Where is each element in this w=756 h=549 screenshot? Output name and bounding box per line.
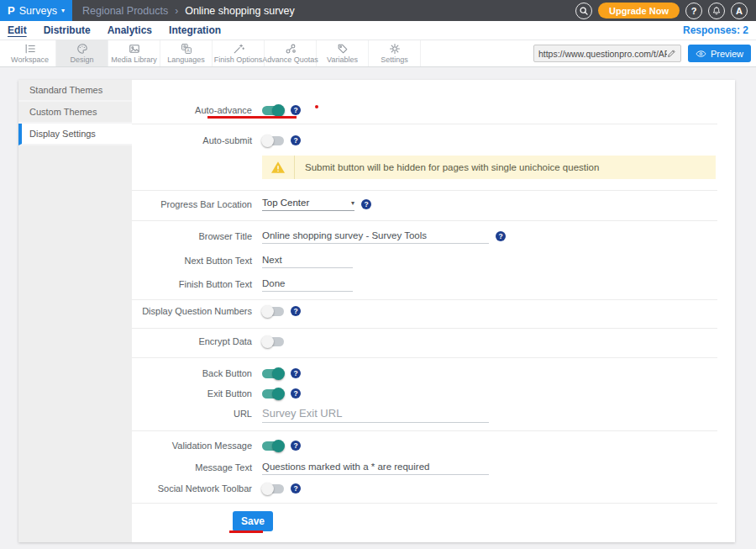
setting-row-browser-title: Browser Title ?: [132, 226, 717, 246]
advance-quotas-links-icon: [285, 43, 297, 55]
setting-row-message-text: Message Text: [132, 457, 717, 478]
help-icon[interactable]: ?: [291, 105, 301, 115]
encrypt-data-toggle[interactable]: [262, 337, 284, 346]
toolbar-item-media-library[interactable]: Media Library: [108, 40, 160, 66]
message-text-input[interactable]: [262, 460, 489, 475]
help-icon[interactable]: ?: [291, 483, 301, 494]
tab-integration[interactable]: Integration: [169, 24, 221, 36]
warning-text: Submit button will be hidden for pages w…: [294, 156, 599, 179]
toggle-knob: [261, 135, 274, 147]
setting-row-exit-button: Exit Button ?: [132, 383, 717, 404]
avatar[interactable]: A: [731, 3, 748, 19]
edit-pencil-icon[interactable]: [667, 49, 676, 58]
display-question-numbers-toggle[interactable]: [262, 307, 284, 316]
progress-bar-location-label: Progress Bar Location: [132, 199, 252, 209]
design-palette-icon: [76, 43, 88, 55]
upgrade-now-button[interactable]: Upgrade Now: [598, 3, 680, 18]
exit-button-label: Exit Button: [132, 388, 252, 399]
sidebar-item-label: Standard Themes: [29, 85, 102, 95]
social-network-toolbar-toggle[interactable]: [262, 484, 284, 494]
browser-title-label: Browser Title: [132, 231, 252, 241]
help-icon[interactable]: ?: [291, 368, 301, 378]
setting-row-encrypt-data: Encrypt Data: [132, 331, 717, 351]
back-button-label: Back Button: [132, 368, 252, 378]
auto-advance-toggle[interactable]: [262, 106, 284, 115]
top-header: P Surveys ▾ Regional Products › Online s…: [0, 0, 756, 21]
annotation-dot: [315, 105, 318, 108]
row-divider: [132, 357, 717, 358]
help-icon[interactable]: ?: [291, 388, 301, 399]
languages-icon: A: [181, 43, 192, 55]
toolbar-item-label: Finish Options: [214, 55, 263, 64]
workspace-icon: [24, 43, 36, 55]
back-button-toggle[interactable]: [262, 369, 284, 378]
tab-analytics[interactable]: Analytics: [108, 24, 152, 36]
breadcrumb-parent[interactable]: Regional Products: [82, 5, 168, 17]
toolbar-item-settings[interactable]: Settings: [369, 40, 421, 66]
toggle-knob: [261, 335, 274, 348]
annotation-underline-auto-advance: [207, 116, 297, 119]
toolbar-item-finish-options[interactable]: Finish Options: [213, 40, 265, 66]
browser-title-input[interactable]: [262, 229, 489, 244]
questionpro-app: P Surveys ▾ Regional Products › Online s…: [0, 0, 756, 549]
share-url-text: https://www.questionpro.com/t/APNrFZ: [538, 49, 667, 59]
toolbar-item-label: Advance Quotas: [262, 55, 318, 64]
toolbar-item-label: Variables: [327, 55, 358, 64]
toolbar-item-advance-quotas[interactable]: Advance Quotas: [265, 40, 317, 66]
avatar-letter: A: [736, 6, 743, 16]
toggle-knob: [261, 483, 274, 495]
finish-button-text-label: Finish Button Text: [132, 279, 252, 289]
responses-count[interactable]: Responses: 2: [683, 24, 748, 36]
warning-triangle-icon: [262, 161, 294, 174]
help-icon[interactable]: ?: [291, 306, 301, 316]
exit-url-label: URL: [132, 409, 252, 419]
toolbar-item-label: Workspace: [11, 55, 49, 64]
next-button-text-input[interactable]: [262, 253, 353, 268]
help-button[interactable]: ?: [685, 3, 702, 19]
setting-row-finish-button-text: Finish Button Text: [132, 274, 717, 294]
toolbar-item-design[interactable]: Design: [56, 40, 108, 66]
sidebar-item-standard-themes[interactable]: Standard Themes: [18, 80, 132, 102]
help-icon[interactable]: ?: [361, 199, 371, 209]
help-icon[interactable]: ?: [291, 441, 301, 451]
auto-submit-toggle[interactable]: [262, 136, 284, 145]
finish-button-text-input[interactable]: [262, 277, 353, 292]
progress-bar-location-select[interactable]: Top Center ▾: [262, 198, 354, 211]
exit-url-input[interactable]: [262, 405, 489, 423]
themes-sidebar: Standard Themes Custom Themes Display Se…: [18, 80, 132, 542]
search-icon: [579, 6, 589, 16]
help-icon[interactable]: ?: [496, 231, 506, 241]
message-text-label: Message Text: [132, 462, 252, 472]
search-button[interactable]: [575, 3, 592, 19]
tab-edit[interactable]: Edit: [8, 24, 27, 36]
row-divider: [132, 503, 717, 504]
toggle-knob: [272, 388, 285, 400]
setting-row-progress-bar-location: Progress Bar Location Top Center ▾ ?: [132, 194, 717, 214]
next-button-text-label: Next Button Text: [132, 256, 252, 266]
setting-row-back-button: Back Button ?: [132, 363, 717, 383]
chevron-down-icon: ▾: [351, 199, 354, 207]
validation-message-label: Validation Message: [132, 441, 252, 451]
toolbar-item-workspace[interactable]: Workspace: [4, 40, 56, 66]
validation-message-toggle[interactable]: [262, 441, 284, 451]
settings-gear-icon: [389, 43, 401, 55]
notifications-button[interactable]: [708, 3, 725, 19]
exit-button-toggle[interactable]: [262, 389, 284, 399]
setting-row-auto-submit: Auto-submit ?: [132, 130, 717, 150]
sidebar-item-custom-themes[interactable]: Custom Themes: [18, 102, 132, 124]
help-icon[interactable]: ?: [291, 135, 301, 145]
preview-button[interactable]: Preview: [688, 45, 751, 62]
save-button[interactable]: Save: [233, 511, 273, 531]
toolbar-item-languages[interactable]: A Languages: [160, 40, 213, 66]
share-url-field[interactable]: https://www.questionpro.com/t/APNrFZ: [533, 45, 681, 62]
toolbar-item-variables[interactable]: Variables: [317, 40, 369, 66]
auto-submit-warning: Submit button will be hidden for pages w…: [262, 156, 716, 179]
tab-distribute[interactable]: Distribute: [44, 24, 91, 36]
preview-label: Preview: [711, 49, 743, 59]
sidebar-item-label: Display Settings: [29, 129, 96, 139]
breadcrumb: Regional Products › Online shopping surv…: [82, 5, 295, 17]
surveys-menu[interactable]: P Surveys ▾: [0, 0, 72, 21]
sidebar-item-display-settings[interactable]: Display Settings: [18, 124, 132, 145]
toolbar-right: https://www.questionpro.com/t/APNrFZ Pre…: [533, 40, 756, 66]
encrypt-data-label: Encrypt Data: [132, 336, 252, 346]
